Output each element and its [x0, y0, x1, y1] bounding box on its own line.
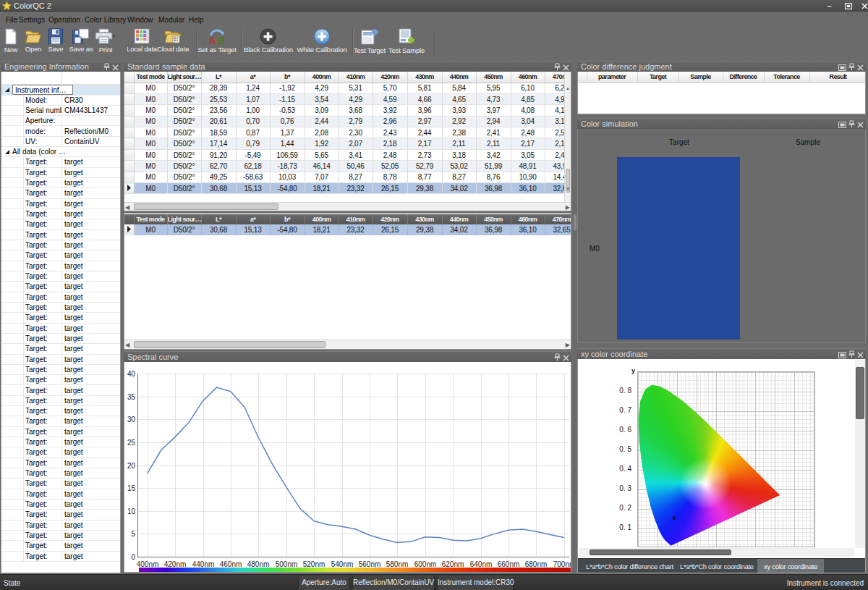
svg-text:A: A	[208, 35, 216, 45]
svg-text:B: B	[218, 35, 225, 45]
